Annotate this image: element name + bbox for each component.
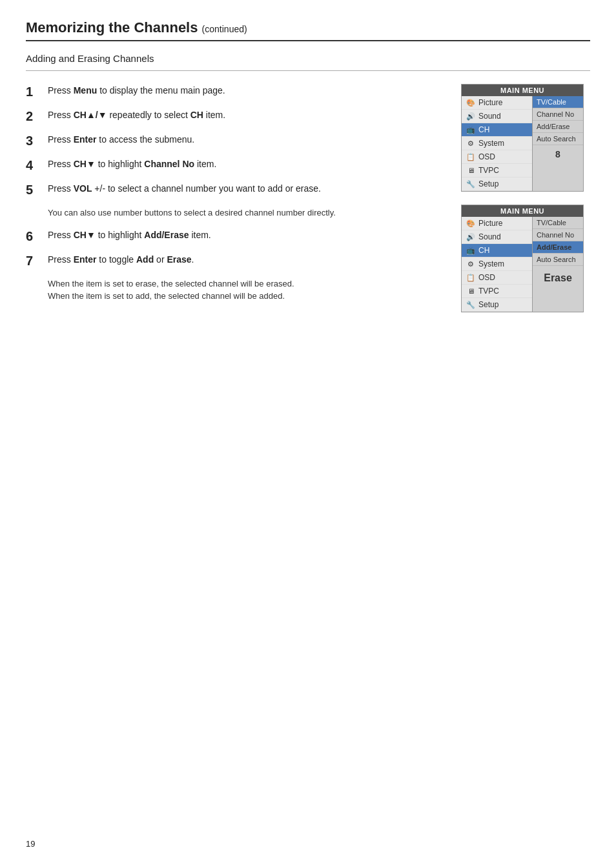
step-1: 1 Press Menu to display the menu main pa… — [26, 84, 442, 99]
section-heading: Adding and Erasing Channels — [26, 53, 590, 64]
content-area: 1 Press Menu to display the menu main pa… — [26, 84, 590, 312]
title-main: Memorizing the Channels — [26, 19, 198, 35]
step-7-num: 7 — [26, 253, 41, 268]
menu-1-item-osd: 📋 OSD — [462, 150, 532, 164]
submenu-2-value: Erase — [533, 266, 583, 290]
menu-1-body: 🎨 Picture 🔊 Sound 📺 CH ⚙ System — [462, 96, 583, 191]
system-icon-2: ⚙ — [466, 260, 476, 268]
step-5-text: Press VOL +/- to select a channel number… — [48, 182, 321, 196]
menu-2-item-ch: 📺 CH — [462, 244, 532, 257]
menu-1-item-picture: 🎨 Picture — [462, 96, 532, 110]
menu-2-items: 🎨 Picture 🔊 Sound 📺 CH ⚙ System — [462, 217, 533, 312]
menu-2-item-sound: 🔊 Sound — [462, 230, 532, 244]
menu-2-submenu: TV/Cable Channel No Add/Erase Auto Searc… — [533, 217, 583, 312]
osd-icon-2: 📋 — [466, 274, 476, 282]
title-continued: (continued) — [202, 24, 247, 34]
menu-1-picture-label: Picture — [478, 98, 502, 107]
step-6: 6 Press CH▼ to highlight Add/Erase item. — [26, 228, 442, 244]
section-rule — [26, 70, 590, 71]
step-2-text: Press CH▲/▼ repeatedly to select CH item… — [48, 108, 225, 122]
step-6-num: 6 — [26, 228, 41, 244]
menu-2-item-setup: 🔧 Setup — [462, 298, 532, 312]
menu-2-system-label: System — [478, 259, 504, 268]
menu-1-item-sound: 🔊 Sound — [462, 110, 532, 123]
menu-2-setup-label: Setup — [478, 300, 498, 309]
submenu-1-channelno: Channel No — [533, 108, 583, 121]
submenu-2-adderase: Add/Erase — [533, 241, 583, 254]
ch-icon-2: 📺 — [466, 247, 476, 255]
menu-2-header: MAIN MENU — [462, 205, 583, 217]
step-1-num: 1 — [26, 84, 41, 99]
title-rule — [26, 40, 590, 41]
page-title: Memorizing the Channels (continued) — [26, 19, 590, 36]
submenu-1-tvcable: TV/Cable — [533, 96, 583, 108]
step-4-num: 4 — [26, 157, 41, 173]
step-3-num: 3 — [26, 133, 41, 148]
menu-1-items: 🎨 Picture 🔊 Sound 📺 CH ⚙ System — [462, 96, 533, 191]
menu-1-tvpc-label: TVPC — [478, 166, 499, 175]
menu-2-item-system: ⚙ System — [462, 257, 532, 271]
ch-icon: 📺 — [466, 126, 476, 134]
menu-1-item-system: ⚙ System — [462, 137, 532, 150]
step-5: 5 Press VOL +/- to select a channel numb… — [26, 182, 442, 197]
step-7-subtext: When the item is set to erase, the selec… — [48, 278, 442, 303]
menu-1-sound-label: Sound — [478, 112, 501, 121]
menu-1-header: MAIN MENU — [462, 85, 583, 96]
menu-2-item-picture: 🎨 Picture — [462, 217, 532, 230]
instructions: 1 Press Menu to display the menu main pa… — [26, 84, 442, 312]
menu-1-item-tvpc: 🖥 TVPC — [462, 164, 532, 177]
menu-1-setup-label: Setup — [478, 179, 498, 188]
step-3-text: Press Enter to access the submenu. — [48, 133, 194, 146]
page-number: 19 — [26, 839, 35, 849]
menu-2-item-osd: 📋 OSD — [462, 271, 532, 285]
menu-2-sound-label: Sound — [478, 232, 501, 241]
step-2: 2 Press CH▲/▼ repeatedly to select CH it… — [26, 108, 442, 124]
system-icon: ⚙ — [466, 139, 476, 148]
menu-2-picture-label: Picture — [478, 219, 502, 228]
step-3: 3 Press Enter to access the submenu. — [26, 133, 442, 148]
menu-box-2: MAIN MENU 🎨 Picture 🔊 Sound 📺 CH — [461, 205, 584, 312]
submenu-2-autosearch: Auto Search — [533, 254, 583, 266]
sound-icon-2: 🔊 — [466, 233, 476, 241]
menu-box-1: MAIN MENU 🎨 Picture 🔊 Sound 📺 CH — [461, 84, 584, 192]
menu-1-item-setup: 🔧 Setup — [462, 177, 532, 191]
step-6-text: Press CH▼ to highlight Add/Erase item. — [48, 228, 211, 242]
menu-2-tvpc-label: TVPC — [478, 287, 499, 296]
sound-icon: 🔊 — [466, 112, 476, 121]
submenu-1-value: 8 — [533, 145, 583, 163]
step-5-subtext: You can also use number buttons to selec… — [48, 207, 442, 219]
step-5-num: 5 — [26, 182, 41, 197]
menu-2-item-tvpc: 🖥 TVPC — [462, 285, 532, 298]
menus-column: MAIN MENU 🎨 Picture 🔊 Sound 📺 CH — [461, 84, 590, 312]
step-7-text: Press Enter to toggle Add or Erase. — [48, 253, 194, 267]
setup-icon-2: 🔧 — [466, 301, 476, 309]
step-2-num: 2 — [26, 108, 41, 124]
menu-1-item-ch: 📺 CH — [462, 123, 532, 137]
step-4-text: Press CH▼ to highlight Channel No item. — [48, 157, 216, 171]
picture-icon: 🎨 — [466, 99, 476, 107]
step-1-text: Press Menu to display the menu main page… — [48, 84, 225, 97]
menu-1-osd-label: OSD — [478, 152, 495, 161]
picture-icon-2: 🎨 — [466, 219, 476, 228]
setup-icon: 🔧 — [466, 180, 476, 188]
submenu-2-channelno: Channel No — [533, 229, 583, 241]
menu-2-body: 🎨 Picture 🔊 Sound 📺 CH ⚙ System — [462, 217, 583, 312]
submenu-2-tvcable: TV/Cable — [533, 217, 583, 229]
submenu-1-adderase: Add/Erase — [533, 121, 583, 133]
submenu-1-autosearch: Auto Search — [533, 133, 583, 145]
tvpc-icon: 🖥 — [466, 167, 476, 174]
menu-1-ch-label: CH — [478, 125, 489, 134]
menu-1-system-label: System — [478, 139, 504, 148]
menu-2-ch-label: CH — [478, 246, 489, 255]
tvpc-icon-2: 🖥 — [466, 287, 476, 295]
step-4: 4 Press CH▼ to highlight Channel No item… — [26, 157, 442, 173]
menu-2-osd-label: OSD — [478, 273, 495, 282]
menu-1-submenu: TV/Cable Channel No Add/Erase Auto Searc… — [533, 96, 583, 191]
osd-icon: 📋 — [466, 153, 476, 161]
step-7: 7 Press Enter to toggle Add or Erase. — [26, 253, 442, 268]
